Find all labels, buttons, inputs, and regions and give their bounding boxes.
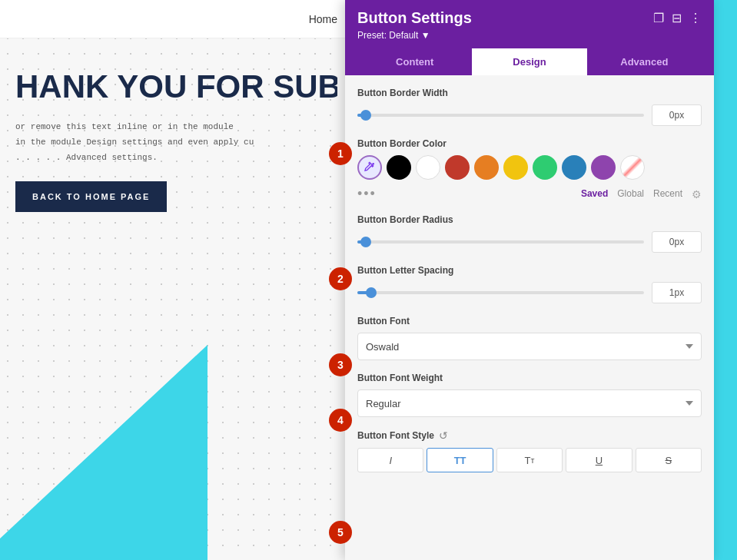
font-section: Button Font Oswald Open Sans Roboto Lato… bbox=[357, 316, 702, 360]
color-swatch-green[interactable] bbox=[533, 155, 557, 180]
step-badge-1: 1 bbox=[329, 142, 352, 165]
panel-body: Button Border Width Button Border Color bbox=[345, 75, 714, 560]
color-swatch-red[interactable] bbox=[445, 155, 470, 180]
color-row-controls: ••• Saved Global Recent ⚙ bbox=[357, 186, 702, 202]
panel-preset[interactable]: Preset: Default ▼ bbox=[357, 30, 702, 41]
font-style-underline[interactable]: U bbox=[566, 448, 632, 472]
step-badge-2: 2 bbox=[329, 267, 352, 290]
content-area: HANK YOU FOR SUBSCRIE or remove this tex… bbox=[0, 38, 353, 227]
font-style-italic[interactable]: I bbox=[357, 448, 423, 472]
slider-track-2 bbox=[357, 240, 644, 244]
border-radius-row bbox=[357, 231, 702, 253]
copy-icon[interactable]: ❐ bbox=[653, 11, 664, 25]
panel-title: Button Settings bbox=[357, 9, 472, 27]
panel-title-row: Button Settings ❐ ⊟ ⋮ bbox=[357, 9, 702, 27]
color-tab-global[interactable]: Global bbox=[617, 188, 644, 200]
color-swatch-blue[interactable] bbox=[562, 155, 586, 180]
slider-track-3 bbox=[357, 291, 644, 294]
color-tabs: Saved Global Recent ⚙ bbox=[581, 188, 702, 200]
font-label: Button Font bbox=[357, 316, 702, 326]
font-style-section: Button Font Style ↺ I TT Tт U S bbox=[357, 429, 702, 472]
font-style-reset-icon[interactable]: ↺ bbox=[439, 429, 448, 442]
settings-panel: Button Settings ❐ ⊟ ⋮ Preset: Default ▼ … bbox=[345, 0, 714, 560]
panel-header: Button Settings ❐ ⊟ ⋮ Preset: Default ▼ … bbox=[345, 0, 714, 75]
color-swatch-orange[interactable] bbox=[474, 155, 499, 180]
tab-advanced[interactable]: Advanced bbox=[587, 48, 702, 75]
font-weight-select[interactable]: Thin Light Regular Medium Bold Extra Bol… bbox=[357, 389, 702, 417]
color-tab-recent[interactable]: Recent bbox=[653, 188, 682, 200]
hero-text: HANK YOU FOR SUBSCRIE bbox=[15, 69, 337, 104]
border-width-section: Button Border Width bbox=[357, 88, 702, 126]
letter-spacing-slider[interactable] bbox=[357, 291, 644, 294]
font-style-bold[interactable]: TT bbox=[427, 448, 493, 472]
font-style-label: Button Font Style bbox=[357, 430, 434, 441]
color-swatch-white[interactable] bbox=[416, 155, 440, 180]
color-settings-icon[interactable]: ⚙ bbox=[692, 188, 702, 200]
step-badge-5: 5 bbox=[329, 521, 352, 544]
border-width-label: Button Border Width bbox=[357, 88, 702, 98]
font-style-caps[interactable]: Tт bbox=[496, 448, 563, 472]
panel-tabs: Content Design Advanced bbox=[357, 48, 702, 75]
eyedropper-swatch[interactable] bbox=[357, 155, 382, 180]
slider-thumb-3[interactable] bbox=[366, 287, 377, 298]
color-swatches bbox=[357, 155, 702, 180]
border-width-input[interactable] bbox=[652, 104, 702, 126]
step-badge-4: 4 bbox=[329, 409, 352, 432]
font-weight-section: Button Font Weight Thin Light Regular Me… bbox=[357, 373, 702, 417]
svg-point-0 bbox=[372, 163, 374, 165]
border-radius-label: Button Border Radius bbox=[357, 214, 702, 225]
color-swatch-yellow[interactable] bbox=[503, 155, 528, 180]
preset-arrow: ▼ bbox=[421, 30, 430, 41]
border-color-label: Button Border Color bbox=[357, 138, 702, 149]
font-select[interactable]: Oswald Open Sans Roboto Lato Montserrat bbox=[357, 333, 702, 360]
cyan-right-bar bbox=[714, 0, 737, 560]
preset-label: Preset: Default bbox=[357, 30, 418, 41]
cyan-triangle bbox=[0, 345, 207, 560]
step-badge-3: 3 bbox=[329, 353, 352, 376]
border-width-slider[interactable] bbox=[357, 114, 644, 117]
slider-thumb-2[interactable] bbox=[360, 237, 371, 247]
color-tab-saved[interactable]: Saved bbox=[581, 188, 608, 200]
tab-design[interactable]: Design bbox=[472, 48, 586, 75]
nav-bar: Home bbox=[0, 0, 353, 38]
background-page: Home HANK YOU FOR SUBSCRIE or remove thi… bbox=[0, 0, 353, 560]
body-line-2: in the module Design settings and even a… bbox=[15, 135, 337, 151]
panel-icons: ❐ ⊟ ⋮ bbox=[653, 11, 702, 25]
border-color-section: Button Border Color bbox=[357, 138, 702, 202]
border-width-row bbox=[357, 104, 702, 126]
border-radius-input[interactable] bbox=[652, 231, 702, 253]
body-text: or remove this text inline or in the mod… bbox=[15, 120, 337, 165]
font-style-strikethrough[interactable]: S bbox=[636, 448, 702, 472]
color-swatch-black[interactable] bbox=[387, 155, 411, 180]
font-style-label-row: Button Font Style ↺ bbox=[357, 429, 702, 442]
dots-button[interactable]: ••• bbox=[357, 186, 377, 202]
letter-spacing-section: Button Letter Spacing bbox=[357, 265, 702, 303]
letter-spacing-row bbox=[357, 282, 702, 303]
slider-thumb[interactable] bbox=[360, 110, 371, 121]
font-weight-label: Button Font Weight bbox=[357, 373, 702, 383]
letter-spacing-input[interactable] bbox=[652, 282, 702, 303]
back-button[interactable]: BACK TO HOME PAGE bbox=[15, 181, 167, 212]
slider-track bbox=[357, 114, 644, 117]
border-radius-slider[interactable] bbox=[357, 240, 644, 244]
body-line-1: or remove this text inline or in the mod… bbox=[15, 120, 337, 135]
more-icon[interactable]: ⋮ bbox=[689, 11, 702, 25]
border-radius-section: Button Border Radius bbox=[357, 214, 702, 253]
grid-icon[interactable]: ⊟ bbox=[672, 11, 682, 25]
body-line-3: . . . . . Advanced settings. bbox=[15, 151, 337, 166]
color-swatch-none[interactable] bbox=[620, 155, 645, 180]
nav-home[interactable]: Home bbox=[309, 13, 337, 25]
color-swatch-purple[interactable] bbox=[591, 155, 616, 180]
font-style-buttons: I TT Tт U S bbox=[357, 448, 702, 472]
tab-content[interactable]: Content bbox=[357, 48, 472, 75]
letter-spacing-label: Button Letter Spacing bbox=[357, 265, 702, 276]
